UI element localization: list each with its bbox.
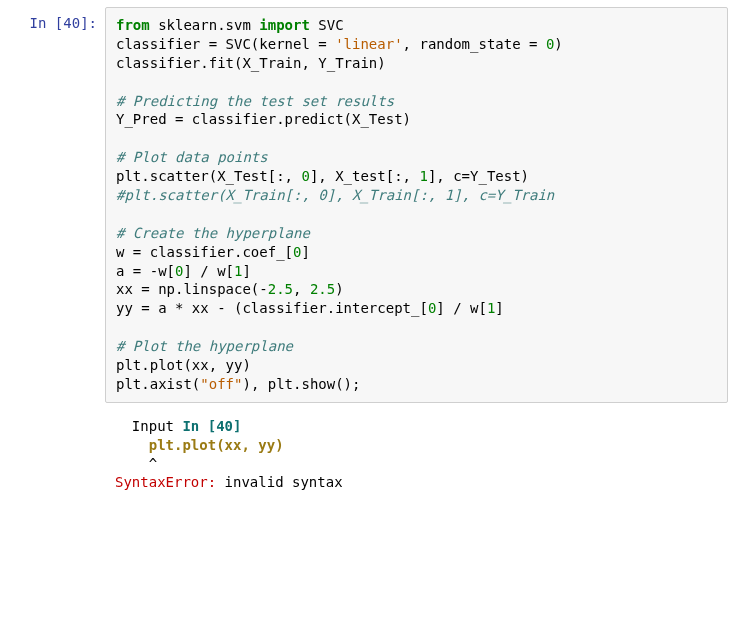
string-literal: "off" xyxy=(200,376,242,392)
code-text: a = -w[ xyxy=(116,263,175,279)
string-literal: 'linear' xyxy=(335,36,402,52)
number-literal: 0 xyxy=(301,168,309,184)
error-name: SyntaxError xyxy=(115,474,208,490)
number-literal: 1 xyxy=(419,168,427,184)
code-text: ], c=Y_Test) xyxy=(428,168,529,184)
code-text: plt.plot(xx, yy) xyxy=(116,357,251,373)
code-text: ] xyxy=(242,263,250,279)
code-cell: In [40]: from sklearn.svm import SVC cla… xyxy=(5,7,728,403)
code-text: xx = np.linspace(- xyxy=(116,281,268,297)
keyword-from: from xyxy=(116,17,150,33)
error-code-line: plt.plot(xx, yy) xyxy=(149,437,284,453)
number-literal: 2.5 xyxy=(268,281,293,297)
input-prompt: In [40]: xyxy=(5,7,105,31)
code-text: ], X_test[:, xyxy=(310,168,420,184)
output-cell: Input In [40] plt.plot(xx, yy) ^ SyntaxE… xyxy=(5,411,728,499)
keyword-import: import xyxy=(259,17,310,33)
comment: #plt.scatter(X_Train[:, 0], X_Train[:, 1… xyxy=(116,187,554,203)
comment: # Plot the hyperplane xyxy=(116,338,293,354)
code-text: yy = a * xx - (classifier.intercept_[ xyxy=(116,300,428,316)
code-text: Y_Pred = classifier.predict(X_Test) xyxy=(116,111,411,127)
error-location: In [40] xyxy=(182,418,241,434)
error-sep: : xyxy=(208,474,225,490)
code-text: sklearn.svm xyxy=(150,17,260,33)
code-text: classifier.fit(X_Train, Y_Train) xyxy=(116,55,386,71)
code-text: w = classifier.coef_[ xyxy=(116,244,293,260)
code-text: SVC xyxy=(310,17,344,33)
code-text: ), plt.show(); xyxy=(242,376,360,392)
code-text: plt.axist( xyxy=(116,376,200,392)
error-caret: ^ xyxy=(115,456,157,472)
error-code-indent xyxy=(115,437,149,453)
code-text: ] xyxy=(495,300,503,316)
comment: # Predicting the test set results xyxy=(116,93,394,109)
comment: # Plot data points xyxy=(116,149,268,165)
code-text: plt.scatter(X_Test[:, xyxy=(116,168,301,184)
number-literal: 2.5 xyxy=(310,281,335,297)
code-input-area[interactable]: from sklearn.svm import SVC classifier =… xyxy=(105,7,728,403)
error-message: invalid syntax xyxy=(225,474,343,490)
error-output: Input In [40] plt.plot(xx, yy) ^ SyntaxE… xyxy=(105,411,728,499)
code-text: , xyxy=(293,281,310,297)
code-text: classifier = SVC(kernel = xyxy=(116,36,335,52)
code-text: , random_state = xyxy=(403,36,546,52)
code-text: ] / w[ xyxy=(436,300,487,316)
error-input-label: Input xyxy=(115,418,182,434)
code-text: ] xyxy=(301,244,309,260)
code-text: ) xyxy=(554,36,562,52)
code-text: ] / w[ xyxy=(183,263,234,279)
comment: # Create the hyperplane xyxy=(116,225,310,241)
code-text: ) xyxy=(335,281,343,297)
